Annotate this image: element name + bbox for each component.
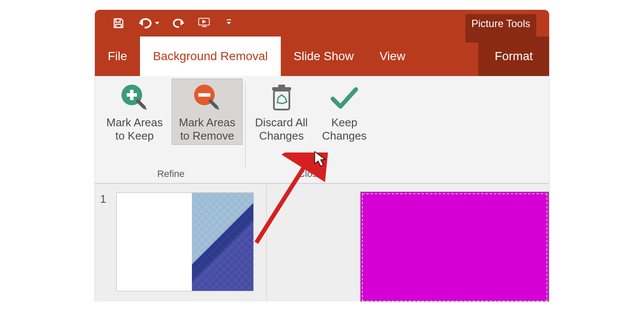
- trash-recycle-icon: [249, 82, 313, 114]
- mark-remove-label: Mark Areas to Remove: [173, 116, 241, 143]
- save-icon[interactable]: [112, 17, 125, 30]
- minus-pencil-icon: [173, 82, 241, 114]
- thumbnail-image-part: [192, 193, 253, 291]
- tab-slide-show[interactable]: Slide Show: [281, 37, 367, 76]
- ribbon-group-refine: Mark Areas to Keep Mark Areas: [97, 79, 245, 183]
- customize-qat-icon[interactable]: [224, 17, 231, 30]
- svg-rect-12: [198, 93, 210, 97]
- app-window: Picture Tools File Background Removal Sl…: [94, 9, 550, 302]
- checkmark-icon: [318, 82, 371, 114]
- slide-editor[interactable]: [267, 184, 549, 302]
- undo-dropdown-caret-icon[interactable]: [155, 22, 159, 24]
- quick-access-toolbar: [112, 17, 231, 30]
- svg-rect-0: [116, 19, 120, 22]
- mark-areas-to-keep-button[interactable]: Mark Areas to Keep: [99, 79, 170, 145]
- redo-icon[interactable]: [172, 17, 185, 30]
- mark-areas-to-remove-button[interactable]: Mark Areas to Remove: [172, 79, 243, 145]
- thumbnail-blank-area: [117, 193, 192, 291]
- svg-rect-15: [274, 91, 289, 110]
- ribbon-toolbar: Mark Areas to Keep Mark Areas: [95, 76, 549, 183]
- keep-changes-button[interactable]: Keep Changes: [316, 79, 372, 145]
- tab-file[interactable]: File: [95, 37, 140, 76]
- discard-label: Discard All Changes: [249, 116, 313, 143]
- title-bar: Picture Tools: [95, 10, 549, 37]
- mark-keep-label: Mark Areas to Keep: [100, 116, 169, 143]
- group-label-close: Close: [298, 168, 322, 180]
- svg-marker-5: [203, 20, 207, 24]
- svg-rect-13: [208, 99, 218, 109]
- keep-label: Keep Changes: [318, 116, 371, 143]
- svg-rect-8: [130, 90, 134, 100]
- content-area: 1: [95, 183, 549, 302]
- undo-button[interactable]: [138, 17, 159, 29]
- tab-view[interactable]: View: [367, 37, 418, 76]
- group-label-refine: Refine: [157, 168, 185, 180]
- start-from-beginning-icon[interactable]: [198, 17, 211, 30]
- slide-number: 1: [100, 192, 112, 293]
- contextual-tab-title: Picture Tools: [465, 14, 536, 43]
- ribbon-group-close: Discard All Changes Keep Changes Close: [246, 79, 375, 183]
- selected-image-magenta-mask[interactable]: [360, 192, 549, 302]
- slide-thumbnail[interactable]: [116, 192, 254, 291]
- slides-panel: 1: [95, 184, 267, 302]
- svg-rect-17: [278, 85, 285, 88]
- plus-pencil-icon: [100, 82, 169, 114]
- svg-rect-1: [116, 24, 122, 28]
- tab-background-removal[interactable]: Background Removal: [140, 37, 281, 76]
- discard-all-changes-button[interactable]: Discard All Changes: [248, 79, 315, 145]
- svg-rect-9: [136, 99, 146, 109]
